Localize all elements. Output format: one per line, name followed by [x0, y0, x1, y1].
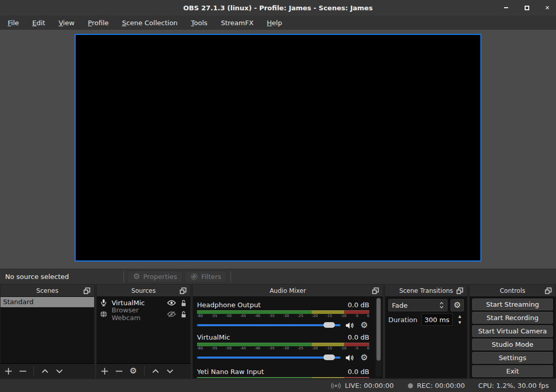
- controls-panel-header: Controls: [470, 285, 555, 297]
- channel-settings-button[interactable]: ⚙: [359, 321, 369, 330]
- scenes-panel-header: Scenes: [1, 285, 94, 297]
- unlock-icon[interactable]: [180, 299, 187, 307]
- start-streaming-button[interactable]: Start Streaming: [472, 298, 553, 310]
- move-source-down-button[interactable]: [165, 366, 174, 376]
- scene-item-standard[interactable]: Standard: [1, 297, 94, 307]
- mixer-channel-yeti-nano: Yeti Nano Raw Input 0.0 dB -60-55-50-45-…: [197, 368, 369, 378]
- duration-spinbox[interactable]: 300 ms: [421, 313, 453, 326]
- scenes-panel: Scenes Standard: [0, 284, 95, 379]
- duration-label: Duration: [388, 316, 418, 324]
- properties-button[interactable]: ⚙ Properties: [128, 271, 183, 283]
- volume-slider-handle[interactable]: [324, 322, 335, 328]
- volume-slider[interactable]: [197, 353, 340, 362]
- controls-panel: Controls Start Streaming Start Recording…: [469, 284, 556, 379]
- meter-tick-label: 0: [367, 314, 369, 319]
- studio-mode-button[interactable]: Studio Mode: [472, 339, 553, 350]
- gear-icon: ⚙: [361, 321, 368, 329]
- add-scene-button[interactable]: [4, 366, 13, 376]
- unlock-icon[interactable]: [180, 310, 187, 318]
- menu-item-streamfx[interactable]: StreamFX: [214, 16, 260, 29]
- meter-tick-label: -55: [211, 314, 217, 319]
- mute-button[interactable]: [345, 321, 355, 330]
- audio-mixer-panel-header: Audio Mixer: [193, 285, 383, 297]
- filters-button[interactable]: Filters: [185, 271, 227, 283]
- popout-icon[interactable]: [179, 287, 187, 295]
- source-properties-button[interactable]: ⚙: [129, 366, 138, 376]
- transition-select[interactable]: Fade: [388, 299, 447, 311]
- meter-tick-label: -40: [255, 346, 260, 351]
- source-context-toolbar: No source selected ⚙ Properties Filters: [0, 269, 556, 284]
- minimize-button[interactable]: [503, 4, 510, 11]
- popout-icon[interactable]: [371, 287, 380, 295]
- duration-decrease-button[interactable]: ▼: [456, 320, 464, 326]
- volume-slider[interactable]: [197, 321, 340, 330]
- window-controls: ✕: [503, 0, 551, 15]
- source-name: VirtualMic: [112, 299, 163, 307]
- maximize-button[interactable]: [523, 4, 530, 11]
- channel-volume-db: 0.0 dB: [348, 301, 369, 309]
- mixer-scrollbar: [375, 298, 382, 377]
- channel-name: VirtualMic: [197, 333, 230, 342]
- obs-window: OBS 27.1.3 (linux) - Profile: James - Sc…: [0, 0, 556, 392]
- popout-icon[interactable]: [83, 287, 91, 295]
- eye-slash-icon[interactable]: [167, 311, 176, 318]
- menu-item-view[interactable]: View: [52, 16, 81, 29]
- toolbar-divider: [144, 366, 145, 376]
- toolbar-divider: [230, 271, 231, 283]
- preview-canvas[interactable]: [75, 34, 481, 262]
- volume-meter: [197, 343, 369, 346]
- menu-item-tools[interactable]: Tools: [184, 16, 214, 29]
- meter-tick-label: -35: [269, 346, 275, 351]
- meter-tick-label: -30: [283, 314, 289, 319]
- meter-tick-label: -20: [312, 314, 317, 319]
- channel-volume-db: 0.0 dB: [348, 368, 369, 376]
- start-virtual-camera-button[interactable]: Start Virtual Camera: [472, 325, 553, 337]
- remove-scene-button[interactable]: [18, 366, 27, 376]
- scenes-toolbar: [1, 363, 94, 378]
- eye-icon[interactable]: [167, 300, 176, 306]
- menu-item-profile[interactable]: Profile: [81, 16, 115, 29]
- add-source-button[interactable]: [100, 366, 109, 376]
- gear-icon: ⚙: [130, 367, 137, 375]
- move-scene-up-button[interactable]: [40, 366, 49, 376]
- gear-icon: ⚙: [133, 273, 140, 281]
- transition-selected-value: Fade: [392, 302, 439, 309]
- move-scene-down-button[interactable]: [55, 366, 64, 376]
- volume-slider-handle[interactable]: [324, 354, 335, 360]
- popout-icon[interactable]: [456, 287, 464, 295]
- scenes-panel-title: Scenes: [37, 287, 59, 294]
- meter-tick-label: -40: [255, 314, 260, 319]
- start-recording-button[interactable]: Start Recording: [472, 312, 553, 324]
- source-row-browser-webcam[interactable]: Browser Webcam: [97, 308, 190, 320]
- meter-tick-label: -25: [297, 314, 303, 319]
- remove-source-button[interactable]: [114, 366, 123, 376]
- audio-mixer-panel-title: Audio Mixer: [270, 287, 306, 294]
- close-button[interactable]: ✕: [544, 4, 551, 11]
- source-name: Browser Webcam: [112, 306, 163, 322]
- broadcast-icon: [331, 382, 341, 389]
- popout-icon[interactable]: [544, 287, 552, 295]
- meter-tick-label: -35: [269, 314, 275, 319]
- meter-tick-label: 0: [367, 346, 369, 351]
- toolbar-divider: [33, 366, 34, 376]
- menu-item-scene-collection[interactable]: Scene Collection: [115, 16, 184, 29]
- mute-button[interactable]: [345, 353, 355, 362]
- transition-properties-button[interactable]: ⚙: [451, 299, 464, 311]
- settings-button[interactable]: Settings: [472, 352, 553, 364]
- menu-item-edit[interactable]: Edit: [26, 16, 52, 29]
- cpu-fps-text: CPU: 1.2%, 30.00 fps: [478, 382, 549, 389]
- meter-tick-label: -10: [340, 314, 346, 319]
- filters-button-label: Filters: [201, 273, 221, 281]
- meter-tick-label: -60: [197, 346, 203, 351]
- exit-button[interactable]: Exit: [472, 365, 553, 377]
- minimize-icon: [504, 7, 508, 8]
- live-status: LIVE: 00:00:00: [331, 382, 393, 389]
- menu-item-file[interactable]: File: [1, 16, 26, 29]
- duration-increase-button[interactable]: ▲: [456, 313, 464, 320]
- meter-tick-label: -5: [355, 314, 358, 319]
- mixer-scrollbar-thumb[interactable]: [376, 298, 381, 361]
- move-source-up-button[interactable]: [151, 366, 160, 376]
- preview-area: [0, 30, 556, 269]
- channel-settings-button[interactable]: ⚙: [359, 353, 369, 362]
- menu-item-help[interactable]: Help: [260, 16, 289, 29]
